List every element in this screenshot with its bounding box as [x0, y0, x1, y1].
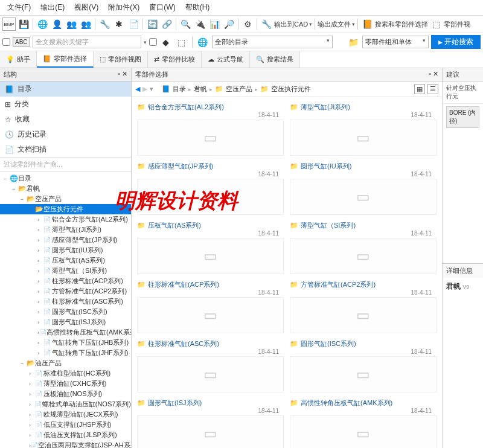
- product-card[interactable]: 📁圆形气缸(ISJ系列)18-4-11▭: [134, 395, 287, 448]
- crumb-2[interactable]: 空压产品: [226, 85, 252, 94]
- search-checkbox[interactable]: [2, 38, 10, 46]
- tree-node[interactable]: ›📄压板油缸(NOS系列): [0, 389, 131, 399]
- tree-node[interactable]: ›📄圆形气缸(ISJ系列): [0, 317, 131, 327]
- bmp-icon[interactable]: BMP: [2, 18, 16, 31]
- plug-icon[interactable]: 🔌: [193, 18, 206, 31]
- menu-export[interactable]: 输出(E): [36, 1, 69, 14]
- nav-history[interactable]: 🕓历史记录: [0, 127, 131, 142]
- tab-parts-compare[interactable]: ⇄零部件比较: [148, 51, 202, 68]
- menu-view[interactable]: 视图(V): [69, 1, 103, 14]
- gear-icon[interactable]: ⚙: [241, 18, 254, 31]
- tree-node[interactable]: ›📄气缸转角下压缸(JHB系列): [0, 338, 131, 348]
- catalog-combo[interactable]: 全部的目录: [212, 36, 333, 48]
- tree-node[interactable]: −📂空压产品: [0, 194, 131, 204]
- tab-search-results[interactable]: 🔍搜索结果: [250, 51, 300, 68]
- nav-docscan[interactable]: 📄文档扫描: [0, 142, 131, 157]
- tree-node[interactable]: ›📄欧规薄型油缸(JECX系列): [0, 409, 131, 420]
- nav-catalog[interactable]: 📘目录: [0, 82, 131, 97]
- tree-node[interactable]: ›📄柱形标准气缸(ASC系列): [0, 296, 131, 307]
- nav-fwd-icon[interactable]: ▶: [142, 85, 147, 93]
- menu-addons[interactable]: 附加件(X): [103, 1, 144, 14]
- tree-node[interactable]: ›📄薄型油缸(CXHC系列): [0, 379, 131, 389]
- nav-favorites[interactable]: ☆收藏: [0, 112, 131, 127]
- product-card[interactable]: 📁铝合金方形气缸(AL2系列)18-4-11▭: [134, 100, 287, 159]
- nav-back-icon[interactable]: ◀: [135, 85, 140, 93]
- tab-cloud-nav[interactable]: ☁云式导航: [202, 51, 250, 68]
- tab-parts-select[interactable]: 📙零部件选择: [37, 51, 94, 68]
- dark-cube-icon[interactable]: ◆: [159, 36, 173, 49]
- menu-file[interactable]: 文件(F): [2, 1, 36, 14]
- crumb-1[interactable]: 君帆: [194, 85, 207, 94]
- search-parts-label[interactable]: 搜索和零部件选择: [375, 20, 428, 29]
- tree-node[interactable]: ›📄低压支撑缸(JHSP系列): [0, 420, 131, 430]
- tree-icon[interactable]: 📁: [347, 36, 360, 49]
- tree-node[interactable]: ›📄方管标准气缸(ACP2系列): [0, 286, 131, 296]
- tree-node[interactable]: ›📄压板气缸(AS系列): [0, 255, 131, 266]
- panel-controls-icon[interactable]: ▫ ✕: [429, 70, 438, 79]
- tree-node[interactable]: ›📄圆形气缸(ISC系列): [0, 307, 131, 317]
- product-card[interactable]: 📁柱形标准气缸(ASC系列)18-4-11▭: [134, 336, 287, 395]
- crumb-root[interactable]: 目录: [173, 85, 186, 94]
- globe-icon[interactable]: 🌐: [36, 18, 49, 31]
- bore-field[interactable]: BORE (内径): [446, 106, 479, 128]
- nav-category[interactable]: ⊞分类: [0, 97, 131, 112]
- users-icon[interactable]: 👥: [65, 18, 78, 31]
- cube-icon[interactable]: ⬚: [429, 18, 443, 31]
- view-list-icon[interactable]: ☰: [427, 84, 438, 94]
- export-file-label[interactable]: 输出成文件: [318, 20, 351, 29]
- tree-node[interactable]: ›📄标准柱型油缸(HC系列): [0, 368, 131, 379]
- tab-assistant[interactable]: 💡助手: [0, 51, 37, 68]
- product-card[interactable]: 📁高惯性转角压板气缸(AMK系列)18-4-11▭: [287, 395, 440, 448]
- tree-node[interactable]: −📂油压产品: [0, 358, 131, 368]
- tree-node[interactable]: ›📄柱形标准气缸(ACP系列): [0, 276, 131, 286]
- tree-node[interactable]: ›📄空油压两用型支撑缸(JSP-AH系列): [0, 440, 131, 448]
- tree-node[interactable]: −📂君帆: [0, 184, 131, 194]
- product-card[interactable]: 📁圆形气缸(ISC系列)18-4-11▭: [287, 336, 440, 395]
- export-cad-label[interactable]: 输出到CAD: [274, 20, 308, 29]
- doc-icon[interactable]: 📄: [127, 18, 140, 31]
- user-blue-icon[interactable]: 👤: [50, 18, 63, 31]
- link-icon[interactable]: 🔗: [160, 18, 173, 31]
- parts-group-combo[interactable]: 零部件组和单体: [362, 36, 429, 48]
- tree-node[interactable]: ›📄铝合金方形气缸(AL2系列): [0, 214, 131, 225]
- crumb-3[interactable]: 空压执行元件: [271, 85, 311, 94]
- menu-window[interactable]: 窗口(W): [144, 1, 180, 14]
- search-icon[interactable]: 🔎: [222, 18, 235, 31]
- tab-parts-view[interactable]: ⬚零部件视图: [94, 51, 148, 68]
- tools-icon[interactable]: 🔧: [98, 18, 111, 31]
- users2-icon[interactable]: 👥: [79, 18, 92, 31]
- search-input[interactable]: 全文搜索的关键字: [33, 36, 141, 48]
- abc-button[interactable]: ABC: [13, 37, 30, 46]
- orange-doc-icon[interactable]: 📙: [360, 18, 374, 31]
- tree-node[interactable]: ›📄低油压支撑缸(JLSP系列): [0, 430, 131, 440]
- product-card[interactable]: 📁柱形标准气缸(ACP系列)18-4-11▭: [134, 277, 287, 336]
- tree-root[interactable]: −🌐目录: [0, 173, 131, 184]
- filter-input[interactable]: 过滤零部件生产商...: [0, 157, 131, 172]
- product-card[interactable]: 📁圆形气缸(IU系列)18-4-11▭: [287, 159, 440, 218]
- tree-node[interactable]: ›📄薄型气缸（SI系列): [0, 266, 131, 276]
- menu-help[interactable]: 帮助(H): [181, 1, 215, 14]
- product-card[interactable]: 📁薄型气缸（SI系列)18-4-11▭: [287, 218, 440, 277]
- tree-node[interactable]: ›📄薄型气缸(JI系列): [0, 225, 131, 235]
- wrench-icon[interactable]: 🔧: [260, 18, 273, 31]
- tree-node[interactable]: −📂空压执行元件: [0, 204, 131, 214]
- tree-node[interactable]: ›📄感应薄型气缸(JP系列): [0, 235, 131, 245]
- panel-pin-icon[interactable]: ▫ ✕: [118, 70, 127, 79]
- product-card[interactable]: 📁压板气缸(AS系列)18-4-11▭: [134, 218, 287, 277]
- cube3d-icon[interactable]: ⬚: [175, 36, 188, 49]
- diskette-icon[interactable]: 💾: [17, 18, 30, 31]
- zoom-icon[interactable]: 🔍: [179, 18, 192, 31]
- parts-view-label[interactable]: 零部件视: [444, 20, 470, 29]
- chart-icon[interactable]: 📊: [208, 18, 221, 31]
- filter-checkbox[interactable]: [149, 38, 157, 46]
- product-card[interactable]: 📁薄型气缸(JI系列)18-4-11▭: [287, 100, 440, 159]
- tree-node[interactable]: ›📄圆形气缸(IU系列): [0, 245, 131, 255]
- globe2-icon[interactable]: 🌐: [196, 36, 210, 49]
- tree-node[interactable]: ›📄高惯性转角压板气缸(AMK系列): [0, 327, 131, 338]
- tree-node[interactable]: ›📄气缸转角下压缸(JHF系列): [0, 348, 131, 358]
- view-grid-icon[interactable]: ▦: [414, 84, 425, 94]
- product-card[interactable]: 📁感应薄型气缸(JP系列)18-4-11▭: [134, 159, 287, 218]
- refresh-icon[interactable]: 🔄: [146, 18, 159, 31]
- network-icon[interactable]: ✱: [112, 18, 126, 31]
- start-search-button[interactable]: 开始搜索: [431, 35, 481, 49]
